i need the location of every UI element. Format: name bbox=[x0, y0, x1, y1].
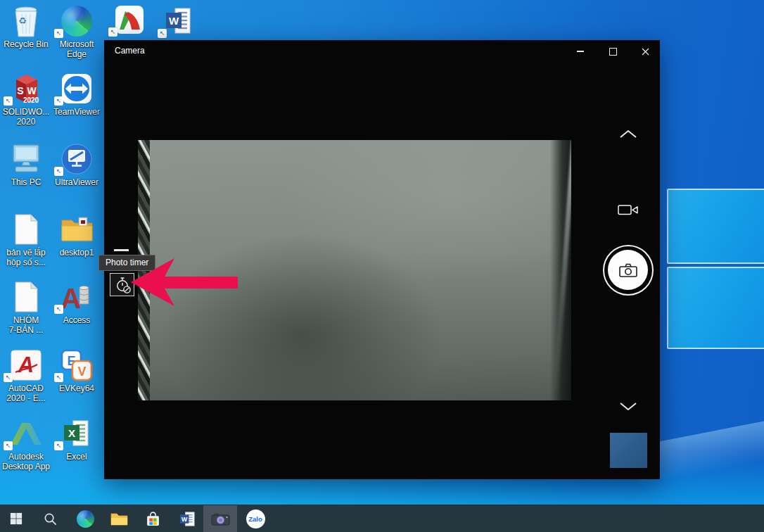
desktop-icon-doc-nhom-7[interactable]: NHÓM 7-BẢN ... bbox=[0, 280, 53, 335]
this-pc-icon bbox=[0, 142, 53, 176]
desktop-icon-label: EVKey64 bbox=[50, 384, 103, 393]
maximize-button[interactable] bbox=[597, 40, 628, 63]
document-icon bbox=[0, 280, 53, 314]
desktop-icon-label: Access bbox=[50, 315, 103, 325]
desktop-icon-excel[interactable]: X Excel bbox=[50, 417, 103, 462]
file-explorer-icon bbox=[110, 512, 128, 526]
zalo-logo-text: Zalo bbox=[248, 515, 262, 523]
shortcut-arrow-icon bbox=[54, 96, 63, 106]
shortcut-arrow-icon bbox=[158, 29, 167, 38]
desktop-icon-autodesk[interactable]: Autodesk Desktop App bbox=[0, 417, 53, 471]
recycle-bin-icon: ♻ bbox=[0, 4, 53, 38]
windows-logo-icon bbox=[10, 512, 23, 525]
wallpaper-logo-pane-top bbox=[667, 189, 764, 264]
word-icon: W bbox=[179, 511, 196, 527]
desktop-icon-label: bản vẽ lắp hộp số s... bbox=[0, 248, 53, 267]
close-button[interactable] bbox=[630, 40, 661, 63]
svg-text:V: V bbox=[77, 365, 86, 379]
microsoft-store-icon bbox=[145, 511, 161, 527]
partial-button-edge bbox=[114, 249, 129, 251]
taskbar-zalo-button[interactable]: Zalo bbox=[242, 505, 269, 532]
wallpaper-logo-pane-bottom bbox=[667, 267, 764, 349]
desktop-icon-label: This PC bbox=[0, 177, 53, 187]
document-icon bbox=[0, 213, 53, 246]
video-camera-icon bbox=[618, 203, 639, 216]
svg-text:W: W bbox=[169, 15, 179, 27]
taskbar-file-explorer-button[interactable] bbox=[106, 505, 132, 532]
desktop-icon-autocad[interactable]: A AutoCAD 2020 - E... bbox=[0, 348, 53, 403]
desktop-icon-label: SOLIDWO... 2020 bbox=[0, 107, 53, 127]
minimize-button[interactable] bbox=[565, 40, 596, 63]
desktop-icon-solidworks[interactable]: S W 2020 SOLIDWO... 2020 bbox=[0, 72, 53, 127]
start-button[interactable] bbox=[3, 505, 30, 532]
taskbar-edge-button[interactable] bbox=[72, 505, 98, 532]
red-pointer-arrow bbox=[129, 257, 239, 308]
edge-icon bbox=[77, 510, 94, 528]
edge-icon bbox=[50, 4, 103, 38]
window-title: Camera bbox=[115, 46, 145, 56]
desktop-icon-label: AutoCAD 2020 - E... bbox=[0, 384, 53, 403]
maximize-icon bbox=[609, 48, 617, 56]
mode-chevron-down-button[interactable] bbox=[618, 400, 638, 412]
desktop-icon-microsoft-edge[interactable]: Microsoft Edge bbox=[50, 4, 103, 59]
camera-app-icon bbox=[211, 512, 230, 526]
download-manager-icon bbox=[104, 3, 155, 37]
desktop-icon-download-manager[interactable] bbox=[104, 3, 155, 37]
desktop: ♻ Recycle Bin Microsoft Edge bbox=[0, 0, 764, 532]
desktop-icon-label: Autodesk Desktop App bbox=[0, 452, 53, 471]
svg-text:W: W bbox=[27, 85, 37, 96]
shortcut-arrow-icon bbox=[4, 441, 13, 450]
zalo-icon: Zalo bbox=[246, 509, 265, 528]
desktop-icon-label: NHÓM 7-BẢN ... bbox=[0, 315, 53, 335]
camera-roll-thumbnail[interactable] bbox=[610, 433, 647, 468]
shortcut-arrow-icon bbox=[4, 373, 13, 382]
taskbar-store-button[interactable] bbox=[139, 505, 166, 532]
mode-chevron-up-button[interactable] bbox=[618, 128, 638, 139]
timer-off-icon bbox=[114, 277, 131, 293]
evkey-icon: E V bbox=[50, 348, 103, 382]
svg-text:S: S bbox=[17, 85, 23, 96]
desktop-icon-label: TeamViewer bbox=[50, 107, 103, 117]
svg-text:A: A bbox=[18, 353, 34, 377]
taskbar-word-button[interactable]: W bbox=[174, 505, 200, 532]
desktop-icon-access[interactable]: A Access bbox=[50, 280, 103, 325]
desktop-icon-label: Recycle Bin bbox=[0, 39, 53, 49]
chevron-down-icon bbox=[619, 402, 637, 411]
video-mode-button[interactable] bbox=[617, 202, 639, 217]
taskbar-camera-button-active[interactable] bbox=[203, 505, 237, 532]
svg-text:2020: 2020 bbox=[23, 96, 39, 104]
desktop-icon-label: desktop1 bbox=[50, 248, 103, 258]
desktop-icon-evkey64[interactable]: E V EVKey64 bbox=[50, 348, 103, 393]
desktop-icon-teamviewer[interactable]: TeamViewer bbox=[50, 72, 103, 117]
close-icon bbox=[642, 48, 649, 56]
take-photo-button[interactable] bbox=[603, 245, 654, 296]
desktop-icon-ultraviewer[interactable]: UltraViewer bbox=[50, 142, 103, 187]
taskbar: W Zalo bbox=[0, 505, 764, 532]
autodesk-icon bbox=[0, 417, 53, 450]
desktop-icon-label: Excel bbox=[50, 452, 103, 462]
teamviewer-icon bbox=[50, 72, 103, 106]
svg-text:A: A bbox=[61, 283, 82, 313]
shortcut-arrow-icon bbox=[54, 305, 63, 314]
desktop-icon-desktop1-folder[interactable]: desktop1 bbox=[50, 213, 103, 258]
desktop-icon-doc-ban-ve-lap[interactable]: bản vẽ lắp hộp số s... bbox=[0, 213, 53, 267]
shortcut-arrow-icon bbox=[108, 27, 117, 37]
ultraviewer-icon bbox=[50, 142, 103, 176]
desktop-icon-word-top[interactable]: W bbox=[153, 4, 204, 38]
desktop-icon-recycle-bin[interactable]: ♻ Recycle Bin bbox=[0, 4, 53, 49]
taskbar-search-button[interactable] bbox=[37, 505, 63, 532]
recycle-glyph: ♻ bbox=[18, 15, 27, 26]
word-icon: W bbox=[153, 4, 204, 38]
svg-text:W: W bbox=[182, 515, 188, 522]
autocad-icon: A bbox=[0, 348, 53, 382]
minimize-icon bbox=[577, 51, 584, 52]
shortcut-arrow-icon bbox=[54, 373, 63, 382]
shortcut-arrow-icon bbox=[4, 96, 13, 106]
shortcut-arrow-icon bbox=[54, 167, 63, 176]
desktop-icon-label: Microsoft Edge bbox=[50, 39, 103, 59]
excel-icon: X bbox=[50, 417, 103, 450]
access-icon: A bbox=[50, 280, 103, 314]
desktop-icon-this-pc[interactable]: This PC bbox=[0, 142, 53, 187]
shortcut-arrow-icon bbox=[54, 441, 63, 450]
shortcut-arrow-icon bbox=[54, 29, 63, 38]
